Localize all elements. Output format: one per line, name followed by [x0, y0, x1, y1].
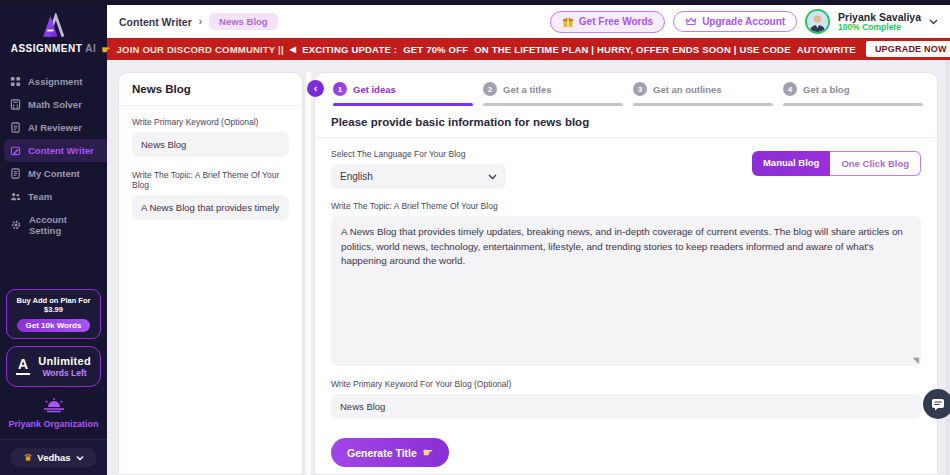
step-number: 2	[483, 82, 497, 96]
user-menu-chevron[interactable]	[929, 19, 938, 25]
step-label: Get ideas	[353, 84, 396, 95]
keyword-input[interactable]	[331, 394, 921, 419]
user-name: Priyank Savaliya	[838, 11, 921, 23]
sidebar-item-math-solver[interactable]: Math Solver	[0, 93, 107, 116]
panel-topic-input[interactable]	[132, 195, 289, 220]
generate-title-button[interactable]: Generate Title ☛	[331, 438, 449, 467]
sidebar-nav: Assignment Math Solver AI Reviewer Conte…	[0, 70, 107, 242]
words-logo: A	[16, 357, 30, 374]
gear-icon	[10, 219, 22, 231]
app-logo: ASSIGNMENT AI	[0, 5, 107, 60]
upgrade-account-button[interactable]: Upgrade Account	[673, 11, 797, 32]
step-get-ideas[interactable]: 1Get ideas	[333, 82, 473, 106]
user-completion-status: 100% Complete	[838, 23, 921, 33]
people-icon	[10, 191, 21, 202]
sidebar-item-content-writer[interactable]: Content Writer	[4, 139, 107, 162]
step-get-titles[interactable]: 2Get a titles	[483, 82, 623, 106]
promo-banner: ☛ JOIN OUR DISCORD COMMUNITY || ◀ EXCITI…	[107, 38, 950, 60]
news-blog-panel: News Blog Write Primary Keyword (Optiona…	[118, 72, 303, 475]
words-remaining-value: Unlimited	[38, 355, 91, 367]
crown-outline-icon	[685, 16, 697, 27]
sidebar-item-assignment[interactable]: Assignment	[0, 70, 107, 93]
language-selected-value: English	[340, 171, 373, 182]
chat-bubble-icon	[931, 398, 945, 411]
words-remaining-label: Words Left	[38, 368, 91, 378]
sidebar-item-team[interactable]: Team	[0, 185, 107, 208]
sidebar-item-account-setting[interactable]: Account Setting	[0, 208, 107, 242]
blog-mode-toggle: Manual Blog One Click Blog	[752, 151, 921, 176]
triangle-icon: ◀	[290, 45, 296, 54]
promo-offer: GET 70% OFF	[403, 44, 468, 55]
breadcrumb-news-blog[interactable]: News Blog	[209, 13, 278, 30]
chevron-down-icon	[488, 174, 497, 180]
content-area: News Blog Write Primary Keyword (Optiona…	[107, 60, 950, 475]
breadcrumb-separator: ›	[199, 16, 202, 27]
get-10k-words-button[interactable]: Get 10k Words	[17, 319, 91, 332]
language-label: Select The Language For Your Blog	[331, 149, 506, 159]
one-click-blog-button[interactable]: One Click Blog	[830, 151, 921, 176]
upgrade-now-button[interactable]: UPGRADE NOW	[866, 41, 950, 57]
gift-icon	[562, 16, 574, 28]
get-free-words-label: Get Free Words	[579, 16, 653, 27]
user-avatar[interactable]	[805, 9, 830, 34]
panel-title: News Blog	[119, 73, 302, 106]
topic-textarea[interactable]: A News Blog that provides timely updates…	[331, 216, 921, 366]
breadcrumb-content-writer[interactable]: Content Writer	[119, 16, 192, 28]
language-select[interactable]: English	[331, 164, 506, 189]
panel-scrollbar[interactable]	[306, 72, 311, 475]
get-free-words-button[interactable]: Get Free Words	[550, 11, 665, 33]
app-window: ASSIGNMENT AI Assignment Math Solver AI …	[0, 0, 950, 475]
organization-block: Priyank Organization	[6, 397, 101, 429]
logo-accent: AI	[85, 43, 96, 54]
chat-widget-button[interactable]	[923, 389, 950, 419]
back-button[interactable]: ‹	[307, 80, 324, 97]
sidebar-item-label: My Content	[28, 168, 80, 179]
workspace-name: Vedhas	[37, 452, 70, 463]
step-get-outlines[interactable]: 3Get an outlines	[633, 82, 773, 106]
workspace-footer: ♛ Vedhas	[0, 439, 107, 475]
user-meta: Priyank Savaliya 100% Complete	[838, 11, 921, 33]
addon-plan-card: Buy Add on Plan For $3.99 Get 10k Words	[6, 289, 101, 339]
workspace-switcher[interactable]: ♛ Vedhas	[11, 448, 95, 467]
top-header: Content Writer › News Blog Get Free Word…	[107, 5, 950, 38]
panel-topic-label: Write The Topic: A Brief Theme Of Your B…	[132, 170, 289, 190]
sidebar-item-label: AI Reviewer	[28, 122, 82, 133]
wizard-panel: ‹ 1Get ideas 2Get a titles 3Get an outli…	[314, 72, 938, 475]
step-number: 1	[333, 82, 347, 96]
sidebar-item-my-content[interactable]: My Content	[0, 162, 107, 185]
pointer-icon: ☛	[423, 446, 433, 459]
organization-name: Priyank Organization	[6, 419, 101, 429]
sunrise-icon	[41, 397, 67, 413]
sidebar-item-label: Math Solver	[28, 99, 82, 110]
sidebar-item-label: Team	[28, 191, 52, 202]
step-number: 3	[633, 82, 647, 96]
manual-blog-button[interactable]: Manual Blog	[752, 151, 830, 176]
sidebar-item-ai-reviewer[interactable]: AI Reviewer	[0, 116, 107, 139]
wizard-heading: Please provide basic information for new…	[315, 106, 937, 138]
upgrade-account-label: Upgrade Account	[702, 16, 785, 27]
sidebar-item-label: Assignment	[28, 76, 82, 87]
calculator-icon	[10, 99, 21, 110]
panel-keyword-input[interactable]	[132, 132, 289, 157]
discord-link[interactable]: JOIN OUR DISCORD COMMUNITY ||	[117, 44, 284, 55]
topic-label: Write The Topic: A Brief Theme Of Your B…	[331, 201, 921, 211]
words-left-card: A Unlimited Words Left	[6, 346, 101, 387]
logo-text: ASSIGNMENT	[11, 43, 83, 54]
textarea-resize-handle[interactable]: ◥	[913, 356, 919, 365]
sidebar-item-label: Account Setting	[29, 214, 97, 236]
grid-icon	[10, 76, 21, 87]
step-label: Get a blog	[803, 84, 849, 95]
step-label: Get a titles	[503, 84, 552, 95]
promo-mid: ON THE LIFETIME PLAN | HURRY, OFFER ENDS…	[474, 44, 791, 55]
file-icon	[10, 168, 21, 179]
step-get-blog[interactable]: 4Get a blog	[783, 82, 923, 106]
promo-prefix: EXCITING UPDATE :	[302, 44, 397, 55]
panel-keyword-label: Write Primary Keyword (Optional)	[132, 117, 289, 127]
step-label: Get an outlines	[653, 84, 722, 95]
chevron-down-icon	[929, 19, 938, 25]
promo-code: AUTOWRITE	[797, 44, 856, 55]
keyword-label: Write Primary Keyword For Your Blog (Opt…	[331, 379, 921, 389]
addon-plan-title: Buy Add on Plan For $3.99	[11, 296, 96, 314]
wizard-steps: 1Get ideas 2Get a titles 3Get an outline…	[315, 73, 937, 106]
assignment-ai-logo-icon	[36, 13, 72, 39]
